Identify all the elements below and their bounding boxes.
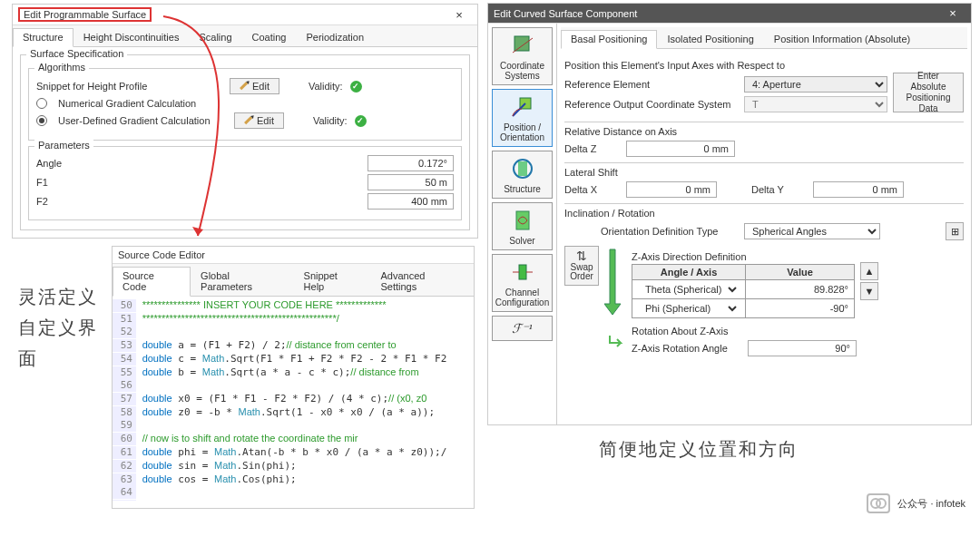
code-line[interactable]: 55 double b = Math.Sqrt(a * a - c * c);/… <box>113 366 474 379</box>
param-name: F1 <box>36 177 368 188</box>
code-titlebar[interactable]: Source Code Editor <box>113 247 474 264</box>
group-title: Surface Specification <box>26 48 127 59</box>
theta-value[interactable]: 89.828° <box>746 280 855 299</box>
pencil-icon <box>238 80 250 93</box>
snippet-label: Snippet for Height Profile <box>36 81 222 92</box>
code-line[interactable]: 56 <box>113 379 474 392</box>
surface-spec-group: Surface Specification Algorithms Snippet… <box>20 54 470 230</box>
rotz-title: Rotation About Z-Axis <box>632 326 857 336</box>
right-titlebar[interactable]: Edit Curved Surface Component × <box>488 4 971 24</box>
titlebar[interactable]: Edit Programmable Surface × <box>13 5 477 25</box>
code-line[interactable]: 50 *************** INSERT YOUR CODE HERE… <box>113 298 474 312</box>
tab-posinfo[interactable]: Position Information (Absolute) <box>764 30 920 48</box>
tab-coating[interactable]: Coating <box>242 28 297 46</box>
parameters-group: Parameters Angle F1 F2 <box>28 146 462 220</box>
check-ok-icon: ✓ <box>355 115 367 127</box>
phi-value[interactable]: -90° <box>746 299 855 318</box>
opt-numeric-label: Numerical Gradient Calculation <box>58 98 196 109</box>
opt-user-label: User-Defined Gradient Calculation <box>58 115 227 126</box>
param-angle-input[interactable] <box>368 155 454 171</box>
wechat-icon <box>867 493 890 513</box>
watermark: 公众号 · infotek <box>867 493 965 513</box>
rotz-input[interactable] <box>748 340 857 356</box>
delta-z-input[interactable] <box>626 141 735 157</box>
orient-type-select[interactable]: Spherical Angles <box>744 223 880 239</box>
code-line[interactable]: 63 double cos = Math.Cos(phi); <box>113 473 474 486</box>
orient-extra-button[interactable]: ⊞ <box>946 222 964 240</box>
param-f2-input[interactable] <box>368 193 454 210</box>
param-f1-input[interactable] <box>368 174 454 190</box>
right-main: Basal Positioning Isolated Positioning P… <box>557 24 971 424</box>
code-line[interactable]: 60 // now is to shift and rotate the coo… <box>113 432 474 445</box>
curved-surface-dialog: Edit Curved Surface Component × Coordina… <box>487 3 972 425</box>
bottom-caption: 简便地定义位置和方向 <box>599 437 799 462</box>
code-line[interactable]: 59 <box>113 419 474 432</box>
structure-icon <box>507 155 538 182</box>
row-down-button[interactable]: ▼ <box>860 282 878 300</box>
close-icon[interactable]: × <box>446 8 472 22</box>
side-position-orientation[interactable]: Position / Orientation <box>492 89 553 147</box>
tab-scaling[interactable]: Scaling <box>189 28 241 46</box>
code-line[interactable]: 54 double c = Math.Sqrt(F1 * F1 + F2 * F… <box>113 352 474 366</box>
code-line[interactable]: 61 double phi = Math.Atan(-b * b * x0 / … <box>113 445 474 459</box>
theta-select[interactable]: Theta (Spherical) <box>638 282 740 297</box>
th-angle: Angle / Axis <box>632 265 746 280</box>
side-coord-systems[interactable]: Coordinate Systems <box>492 27 553 85</box>
side-fourier[interactable]: ℱ⁻¹ <box>492 316 553 341</box>
tab-structure[interactable]: Structure <box>13 28 74 47</box>
tab-globals[interactable]: Global Parameters <box>191 267 294 296</box>
code-line[interactable]: 65 double m = b * b * sin * sin / (a * a… <box>113 499 474 501</box>
code-line[interactable]: 53 double a = (F1 + F2) / 2;// distance … <box>113 338 474 352</box>
radio-numeric[interactable] <box>36 98 47 109</box>
validity-label: Validity: <box>309 81 343 92</box>
tab-help[interactable]: Snippet Help <box>294 267 371 296</box>
edit-gradient-button[interactable]: Edit <box>234 112 284 129</box>
right-title: Edit Curved Surface Component <box>494 8 637 19</box>
pencil-icon <box>242 114 255 127</box>
th-value: Value <box>746 265 855 280</box>
ref-elem-select[interactable]: 4: Aperture <box>744 76 887 93</box>
flow-corner-icon <box>604 334 626 352</box>
code-line[interactable]: 52 <box>113 326 474 338</box>
tab-advanced[interactable]: Advanced Settings <box>370 267 474 296</box>
zdir-table: Angle / AxisValue Theta (Spherical)89.82… <box>632 264 855 318</box>
rotz-label: Z-Axis Rotation Angle <box>632 343 740 354</box>
incl-title: Inclination / Rotation <box>564 203 964 219</box>
phi-select[interactable]: Phi (Spherical) <box>638 301 740 316</box>
tab-basal[interactable]: Basal Positioning <box>561 30 657 49</box>
code-title: Source Code Editor <box>118 249 205 260</box>
swap-order-button[interactable]: ⇅ Swap Order <box>564 246 599 286</box>
param-name: Angle <box>36 158 368 169</box>
tab-isolated[interactable]: Isolated Positioning <box>657 30 763 48</box>
code-tabs: Source Code Global Parameters Snippet He… <box>113 264 474 297</box>
delta-y-input[interactable] <box>813 181 904 198</box>
code-line[interactable]: 51 *************************************… <box>113 312 474 326</box>
side-channel-config[interactable]: Channel Configuration <box>492 254 553 312</box>
zdir-title: Z-Axis Direction Definition <box>632 251 855 262</box>
svg-line-3 <box>513 103 525 116</box>
check-ok-icon: ✓ <box>350 81 362 93</box>
svg-rect-7 <box>519 265 526 279</box>
edit-snippet-button[interactable]: Edit <box>230 78 279 94</box>
row-up-button[interactable]: ▲ <box>860 262 878 280</box>
radio-user[interactable] <box>36 115 47 126</box>
side-solver[interactable]: Solver <box>492 202 553 250</box>
delta-x-input[interactable] <box>626 181 717 198</box>
ref-out-label: Reference Output Coordinate System <box>564 99 737 110</box>
source-code-editor: Source Code Editor Source Code Global Pa… <box>112 246 475 509</box>
code-line[interactable]: 64 <box>113 486 474 499</box>
enter-absolute-button[interactable]: Enter Absolute Positioning Data <box>893 73 964 112</box>
solver-icon <box>507 207 538 234</box>
params-title: Parameters <box>34 140 93 151</box>
side-structure[interactable]: Structure <box>492 151 553 199</box>
code-area[interactable]: 50 *************** INSERT YOUR CODE HERE… <box>113 297 474 501</box>
algorithms-group: Algorithms Snippet for Height Profile Ed… <box>28 68 462 141</box>
code-line[interactable]: 57 double x0 = (F1 * F1 - F2 * F2) / (4 … <box>113 392 474 405</box>
code-line[interactable]: 58 double z0 = -b * Math.Sqrt(1 - x0 * x… <box>113 405 474 419</box>
tab-periodization[interactable]: Periodization <box>296 28 374 46</box>
tab-height[interactable]: Height Discontinuities <box>74 28 190 46</box>
close-icon[interactable]: × <box>940 6 965 20</box>
algo-title: Algorithms <box>34 62 89 73</box>
code-line[interactable]: 62 double sin = Math.Sin(phi); <box>113 459 474 473</box>
tab-source[interactable]: Source Code <box>113 267 191 297</box>
